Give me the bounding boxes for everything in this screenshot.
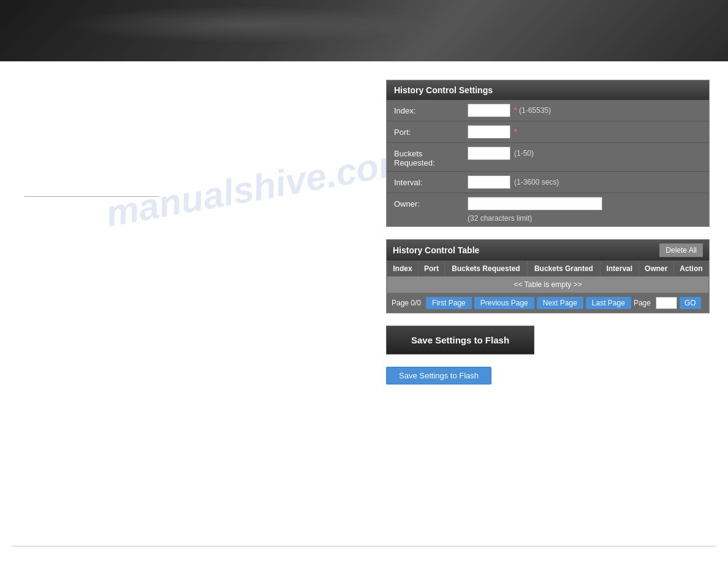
index-input[interactable] — [468, 104, 510, 117]
interval-control: (1-3600 secs) — [468, 175, 702, 189]
index-required-star: * — [514, 106, 517, 115]
history-table: Index Port Buckets Requested Buckets Gra… — [387, 261, 709, 293]
delete-all-button[interactable]: Delete All — [659, 243, 703, 257]
watermark: manualshive.com — [103, 139, 414, 236]
first-page-button[interactable]: First Page — [426, 297, 472, 309]
owner-note: (32 characters limit) — [468, 214, 532, 223]
table-box: History Control Table Delete All Index P… — [386, 239, 710, 313]
col-buckets-requested: Buckets Requested — [444, 261, 527, 277]
header-banner — [0, 0, 728, 61]
left-divider-line — [25, 196, 159, 197]
go-button[interactable]: GO — [680, 297, 701, 309]
owner-label: Owner: — [394, 197, 468, 209]
save-blue-button[interactable]: Save Settings to Flash — [386, 367, 491, 385]
interval-label: Interval: — [394, 175, 468, 187]
pagination-row: Page 0/0 First Page Previous Page Next P… — [387, 293, 709, 313]
buckets-requested-control: (1-50) — [468, 147, 702, 160]
interval-row: Interval: (1-3600 secs) — [387, 172, 709, 193]
buckets-requested-note: (1-50) — [514, 149, 534, 158]
previous-page-button[interactable]: Previous Page — [474, 297, 534, 309]
page-number-input[interactable] — [656, 297, 677, 309]
owner-input[interactable] — [468, 197, 602, 210]
owner-row: Owner: (32 characters limit) — [387, 193, 709, 226]
table-empty-message: << Table is empty >> — [387, 277, 709, 293]
port-note: * — [514, 128, 517, 136]
col-action: Action — [673, 261, 708, 277]
table-empty-row: << Table is empty >> — [387, 277, 709, 293]
index-note: * (1-65535) — [514, 106, 551, 115]
table-header: Index Port Buckets Requested Buckets Gra… — [387, 261, 709, 277]
settings-box: History Control Settings Index: * (1-655… — [386, 80, 710, 227]
col-owner: Owner — [639, 261, 673, 277]
index-label: Index: — [394, 104, 468, 115]
settings-body: Index: * (1-65535) Port: * — [387, 100, 709, 226]
interval-note: (1-3600 secs) — [514, 178, 559, 186]
save-dark-button[interactable]: Save Settings to Flash — [386, 326, 534, 354]
col-port: Port — [418, 261, 444, 277]
port-control: * — [468, 125, 702, 139]
port-label: Port: — [394, 125, 468, 137]
buckets-requested-label: BucketsRequested: — [394, 147, 468, 167]
interval-input[interactable] — [468, 175, 510, 189]
right-panel: History Control Settings Index: * (1-655… — [380, 74, 716, 527]
next-page-button[interactable]: Next Page — [537, 297, 583, 309]
page-info: Page 0/0 — [392, 299, 421, 307]
footer-line — [12, 546, 716, 546]
page-label: Page — [634, 299, 651, 307]
port-row: Port: * — [387, 121, 709, 143]
col-buckets-granted: Buckets Granted — [527, 261, 600, 277]
port-input[interactable] — [468, 125, 510, 139]
index-row: Index: * (1-65535) — [387, 100, 709, 121]
buckets-requested-row: BucketsRequested: (1-50) — [387, 143, 709, 172]
index-control: * (1-65535) — [468, 104, 702, 117]
table-header-row: History Control Table Delete All — [387, 240, 709, 261]
buckets-requested-input[interactable] — [468, 147, 510, 160]
owner-control: (32 characters limit) — [468, 197, 702, 223]
left-panel: manualshive.com — [12, 74, 380, 527]
settings-title: History Control Settings — [387, 80, 709, 100]
col-index: Index — [387, 261, 419, 277]
table-title: History Control Table — [393, 245, 479, 255]
col-interval: Interval — [600, 261, 639, 277]
last-page-button[interactable]: Last Page — [586, 297, 631, 309]
